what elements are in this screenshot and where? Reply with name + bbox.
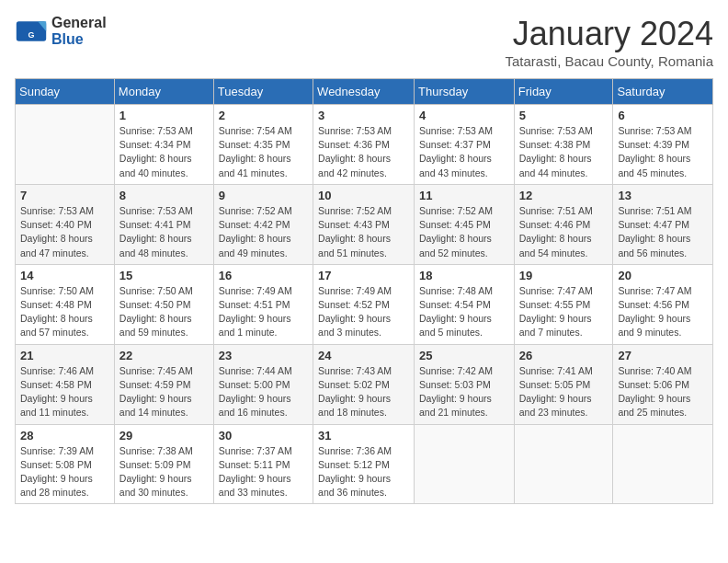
calendar-cell: 15Sunrise: 7:50 AMSunset: 4:50 PMDayligh… xyxy=(114,264,213,344)
cell-info: Sunrise: 7:48 AMSunset: 4:54 PMDaylight:… xyxy=(419,284,509,340)
day-number: 29 xyxy=(119,429,209,442)
calendar-cell: 9Sunrise: 7:52 AMSunset: 4:42 PMDaylight… xyxy=(213,184,313,264)
day-header-sunday: Sunday xyxy=(16,79,115,105)
day-number: 11 xyxy=(419,189,509,202)
calendar-cell: 31Sunrise: 7:36 AMSunset: 5:12 PMDayligh… xyxy=(313,424,415,504)
cell-info: Sunrise: 7:53 AMSunset: 4:39 PMDaylight:… xyxy=(618,124,708,180)
calendar-cell: 3Sunrise: 7:53 AMSunset: 4:36 PMDaylight… xyxy=(313,105,415,185)
calendar-cell: 7Sunrise: 7:53 AMSunset: 4:40 PMDaylight… xyxy=(16,184,115,264)
cell-info: Sunrise: 7:45 AMSunset: 4:59 PMDaylight:… xyxy=(119,364,209,420)
calendar-week-row: 7Sunrise: 7:53 AMSunset: 4:40 PMDaylight… xyxy=(16,184,713,264)
location-subtitle: Tatarasti, Bacau County, Romania xyxy=(505,53,713,69)
calendar-cell: 4Sunrise: 7:53 AMSunset: 4:37 PMDaylight… xyxy=(415,105,515,185)
logo-text: General Blue xyxy=(51,15,107,48)
calendar-cell: 17Sunrise: 7:49 AMSunset: 4:52 PMDayligh… xyxy=(313,264,415,344)
cell-info: Sunrise: 7:53 AMSunset: 4:36 PMDaylight:… xyxy=(318,124,409,180)
day-number: 21 xyxy=(20,349,109,362)
day-number: 25 xyxy=(419,349,509,362)
cell-info: Sunrise: 7:47 AMSunset: 4:56 PMDaylight:… xyxy=(618,284,708,340)
calendar-cell: 19Sunrise: 7:47 AMSunset: 4:55 PMDayligh… xyxy=(514,264,613,344)
calendar-cell: 13Sunrise: 7:51 AMSunset: 4:47 PMDayligh… xyxy=(613,184,713,264)
cell-info: Sunrise: 7:54 AMSunset: 4:35 PMDaylight:… xyxy=(219,124,308,180)
day-number: 1 xyxy=(119,109,209,122)
calendar-body: 1Sunrise: 7:53 AMSunset: 4:34 PMDaylight… xyxy=(16,105,713,504)
cell-info: Sunrise: 7:49 AMSunset: 4:52 PMDaylight:… xyxy=(318,284,409,340)
calendar-cell: 18Sunrise: 7:48 AMSunset: 4:54 PMDayligh… xyxy=(415,264,515,344)
day-header-wednesday: Wednesday xyxy=(313,79,415,105)
calendar-cell: 27Sunrise: 7:40 AMSunset: 5:06 PMDayligh… xyxy=(613,344,713,424)
cell-info: Sunrise: 7:53 AMSunset: 4:38 PMDaylight:… xyxy=(519,124,609,180)
calendar-cell: 25Sunrise: 7:42 AMSunset: 5:03 PMDayligh… xyxy=(415,344,515,424)
calendar-cell: 29Sunrise: 7:38 AMSunset: 5:09 PMDayligh… xyxy=(114,424,213,504)
calendar-cell: 26Sunrise: 7:41 AMSunset: 5:05 PMDayligh… xyxy=(514,344,613,424)
calendar-cell: 2Sunrise: 7:54 AMSunset: 4:35 PMDaylight… xyxy=(213,105,313,185)
cell-info: Sunrise: 7:42 AMSunset: 5:03 PMDaylight:… xyxy=(419,364,509,420)
day-number: 8 xyxy=(119,189,209,202)
day-number: 10 xyxy=(318,189,409,202)
cell-info: Sunrise: 7:49 AMSunset: 4:51 PMDaylight:… xyxy=(219,284,308,340)
cell-info: Sunrise: 7:51 AMSunset: 4:46 PMDaylight:… xyxy=(519,204,609,260)
day-number: 2 xyxy=(219,109,308,122)
day-number: 24 xyxy=(318,349,409,362)
cell-info: Sunrise: 7:52 AMSunset: 4:45 PMDaylight:… xyxy=(419,204,509,260)
day-number: 4 xyxy=(419,109,509,122)
day-number: 23 xyxy=(219,349,308,362)
calendar-cell: 10Sunrise: 7:52 AMSunset: 4:43 PMDayligh… xyxy=(313,184,415,264)
calendar-week-row: 28Sunrise: 7:39 AMSunset: 5:08 PMDayligh… xyxy=(16,424,713,504)
calendar-cell: 20Sunrise: 7:47 AMSunset: 4:56 PMDayligh… xyxy=(613,264,713,344)
calendar-week-row: 14Sunrise: 7:50 AMSunset: 4:48 PMDayligh… xyxy=(16,264,713,344)
calendar-cell: 21Sunrise: 7:46 AMSunset: 4:58 PMDayligh… xyxy=(16,344,115,424)
calendar-cell xyxy=(514,424,613,504)
day-number: 3 xyxy=(318,109,409,122)
calendar-cell: 1Sunrise: 7:53 AMSunset: 4:34 PMDaylight… xyxy=(114,105,213,185)
day-number: 7 xyxy=(20,189,109,202)
day-number: 14 xyxy=(20,269,109,282)
day-header-monday: Monday xyxy=(114,79,213,105)
month-title: January 2024 xyxy=(505,15,713,53)
page-header: G General Blue January 2024 Tatarasti, B… xyxy=(15,15,713,69)
calendar-cell: 8Sunrise: 7:53 AMSunset: 4:41 PMDaylight… xyxy=(114,184,213,264)
calendar-cell: 24Sunrise: 7:43 AMSunset: 5:02 PMDayligh… xyxy=(313,344,415,424)
calendar-week-row: 21Sunrise: 7:46 AMSunset: 4:58 PMDayligh… xyxy=(16,344,713,424)
day-number: 31 xyxy=(318,429,409,442)
title-area: January 2024 Tatarasti, Bacau County, Ro… xyxy=(505,15,713,69)
calendar-cell: 30Sunrise: 7:37 AMSunset: 5:11 PMDayligh… xyxy=(213,424,313,504)
day-header-friday: Friday xyxy=(514,79,613,105)
day-number: 9 xyxy=(219,189,308,202)
calendar-cell: 16Sunrise: 7:49 AMSunset: 4:51 PMDayligh… xyxy=(213,264,313,344)
day-number: 13 xyxy=(618,189,708,202)
cell-info: Sunrise: 7:39 AMSunset: 5:08 PMDaylight:… xyxy=(20,444,109,500)
calendar-cell xyxy=(415,424,515,504)
day-number: 6 xyxy=(618,109,708,122)
calendar-cell xyxy=(16,105,115,185)
day-number: 22 xyxy=(119,349,209,362)
cell-info: Sunrise: 7:41 AMSunset: 5:05 PMDaylight:… xyxy=(519,364,609,420)
logo-icon: G xyxy=(15,15,48,48)
cell-info: Sunrise: 7:40 AMSunset: 5:06 PMDaylight:… xyxy=(618,364,708,420)
cell-info: Sunrise: 7:52 AMSunset: 4:42 PMDaylight:… xyxy=(219,204,308,260)
cell-info: Sunrise: 7:53 AMSunset: 4:37 PMDaylight:… xyxy=(419,124,509,180)
cell-info: Sunrise: 7:53 AMSunset: 4:40 PMDaylight:… xyxy=(20,204,109,260)
cell-info: Sunrise: 7:44 AMSunset: 5:00 PMDaylight:… xyxy=(219,364,308,420)
svg-text:G: G xyxy=(28,30,34,40)
day-number: 28 xyxy=(20,429,109,442)
day-number: 15 xyxy=(119,269,209,282)
day-number: 16 xyxy=(219,269,308,282)
cell-info: Sunrise: 7:53 AMSunset: 4:34 PMDaylight:… xyxy=(119,124,209,180)
calendar-header-row: SundayMondayTuesdayWednesdayThursdayFrid… xyxy=(16,79,713,105)
day-number: 18 xyxy=(419,269,509,282)
calendar-cell: 11Sunrise: 7:52 AMSunset: 4:45 PMDayligh… xyxy=(415,184,515,264)
day-number: 19 xyxy=(519,269,609,282)
calendar-table: SundayMondayTuesdayWednesdayThursdayFrid… xyxy=(15,78,713,504)
day-number: 17 xyxy=(318,269,409,282)
cell-info: Sunrise: 7:53 AMSunset: 4:41 PMDaylight:… xyxy=(119,204,209,260)
day-number: 20 xyxy=(618,269,708,282)
calendar-cell: 12Sunrise: 7:51 AMSunset: 4:46 PMDayligh… xyxy=(514,184,613,264)
calendar-cell xyxy=(613,424,713,504)
day-number: 30 xyxy=(219,429,308,442)
calendar-cell: 5Sunrise: 7:53 AMSunset: 4:38 PMDaylight… xyxy=(514,105,613,185)
cell-info: Sunrise: 7:36 AMSunset: 5:12 PMDaylight:… xyxy=(318,444,409,500)
calendar-cell: 28Sunrise: 7:39 AMSunset: 5:08 PMDayligh… xyxy=(16,424,115,504)
cell-info: Sunrise: 7:47 AMSunset: 4:55 PMDaylight:… xyxy=(519,284,609,340)
calendar-cell: 23Sunrise: 7:44 AMSunset: 5:00 PMDayligh… xyxy=(213,344,313,424)
